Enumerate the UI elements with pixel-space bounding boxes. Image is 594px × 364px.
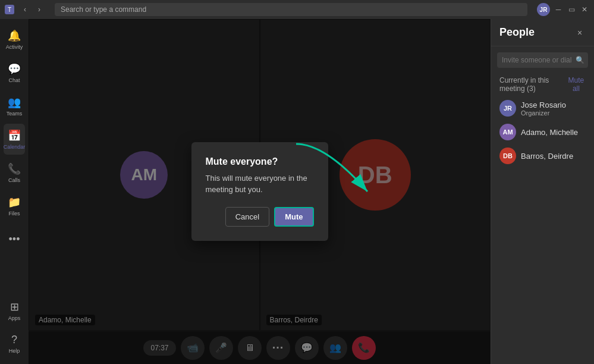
sidebar-item-files[interactable]: 📁 Files [4, 190, 25, 221]
dialog-buttons: Cancel Mute [206, 207, 314, 227]
mute-button[interactable]: Mute [274, 207, 313, 227]
participant-info-jose: Jose Rosario Organizer [521, 101, 566, 117]
title-bar: T ‹ › Search or type a command JR ─ ▭ ✕ [0, 0, 594, 19]
main-layout: 🔔 Activity 💬 Chat 👥 Teams 📅 Calendar 📞 C… [0, 19, 594, 364]
participant-item-adamo[interactable]: AM Adamo, Michelle [491, 120, 594, 144]
participant-role-jose: Organizer [521, 109, 566, 117]
participant-list: JR Jose Rosario Organizer AM Adamo, Mich… [491, 96, 594, 364]
nav-buttons: ‹ › [19, 4, 45, 15]
people-panel: People × 🔍 Currently in this meeting (3)… [491, 19, 594, 364]
meeting-count-label: Currently in this meeting (3) [499, 76, 567, 93]
participant-name-jose: Jose Rosario [521, 101, 566, 109]
search-bar[interactable]: Search or type a command [55, 3, 527, 16]
forward-button[interactable]: › [33, 4, 45, 15]
sidebar-item-label: Activity [6, 44, 23, 50]
cancel-button[interactable]: Cancel [225, 207, 269, 227]
invite-search-input[interactable] [497, 52, 588, 68]
meeting-count-row: Currently in this meeting (3) Mute all [491, 74, 594, 96]
sidebar-item-help[interactable]: ? Help [4, 328, 25, 359]
sidebar-item-label: Teams [7, 111, 23, 117]
sidebar-item-teams[interactable]: 👥 Teams [4, 90, 25, 121]
sidebar-item-label: Files [8, 211, 20, 216]
sidebar-item-label: Help [9, 348, 20, 354]
sidebar-item-label: Calls [8, 177, 20, 183]
panel-header: People × [491, 19, 594, 46]
apps-icon: ⊞ [10, 300, 19, 313]
help-icon: ? [11, 334, 17, 346]
participant-name-barros-panel: Barros, Deirdre [521, 152, 573, 161]
search-placeholder: Search or type a command [61, 5, 146, 14]
sidebar-item-label: Calendar [4, 144, 26, 150]
mute-everyone-dialog: Mute everyone? This will mute everyone i… [191, 142, 328, 240]
participant-info-barros: Barros, Deirdre [521, 152, 573, 161]
sidebar-item-apps[interactable]: ⊞ Apps [4, 295, 25, 326]
panel-title: People [499, 26, 535, 39]
sidebar-bottom: ⊞ Apps ? Help [4, 295, 25, 359]
panel-search-area: 🔍 [497, 52, 588, 68]
sidebar-item-chat[interactable]: 💬 Chat [4, 57, 25, 88]
mute-all-button[interactable]: Mute all [567, 76, 586, 93]
dialog-title: Mute everyone? [206, 156, 314, 167]
sidebar: 🔔 Activity 💬 Chat 👥 Teams 📅 Calendar 📞 C… [0, 19, 29, 364]
avatar-barros: DB [499, 148, 516, 164]
avatar-jose: JR [499, 100, 516, 117]
title-bar-left: T ‹ › [5, 4, 45, 15]
participant-info-adamo: Adamo, Michelle [521, 128, 578, 137]
search-icon: 🔍 [576, 56, 584, 64]
sidebar-item-label: Apps [8, 315, 21, 321]
more-icon: ••• [9, 233, 20, 246]
files-icon: 📁 [8, 196, 21, 209]
sidebar-item-calendar[interactable]: 📅 Calendar [4, 124, 25, 155]
teams-icon: 👥 [8, 96, 21, 109]
title-bar-right: JR ─ ▭ ✕ [537, 3, 589, 16]
participant-item-jose[interactable]: JR Jose Rosario Organizer [491, 96, 594, 120]
dialog-message: This will mute everyone in the meeting b… [206, 173, 314, 194]
avatar-adamo: AM [499, 124, 516, 140]
teams-icon: T [5, 5, 14, 14]
content-area: AM Adamo, Michelle DB Barros, Deirdre 07… [29, 19, 491, 364]
close-button[interactable]: ✕ [580, 5, 589, 14]
user-avatar[interactable]: JR [537, 3, 550, 16]
activity-icon: 🔔 [8, 29, 21, 42]
maximize-button[interactable]: ▭ [567, 5, 576, 14]
calendar-icon: 📅 [8, 129, 21, 142]
dialog-overlay: Mute everyone? This will mute everyone i… [29, 19, 491, 364]
sidebar-item-label: Chat [8, 77, 20, 83]
chat-icon: 💬 [8, 62, 21, 76]
back-button[interactable]: ‹ [19, 4, 31, 15]
sidebar-item-activity[interactable]: 🔔 Activity [4, 24, 25, 55]
participant-item-barros[interactable]: DB Barros, Deirdre [491, 144, 594, 168]
minimize-button[interactable]: ─ [554, 5, 563, 14]
close-panel-button[interactable]: × [574, 27, 586, 39]
participant-name-adamo-panel: Adamo, Michelle [521, 128, 578, 137]
sidebar-item-more[interactable]: ••• [4, 224, 25, 255]
sidebar-item-calls[interactable]: 📞 Calls [4, 157, 25, 188]
calls-icon: 📞 [8, 162, 21, 175]
